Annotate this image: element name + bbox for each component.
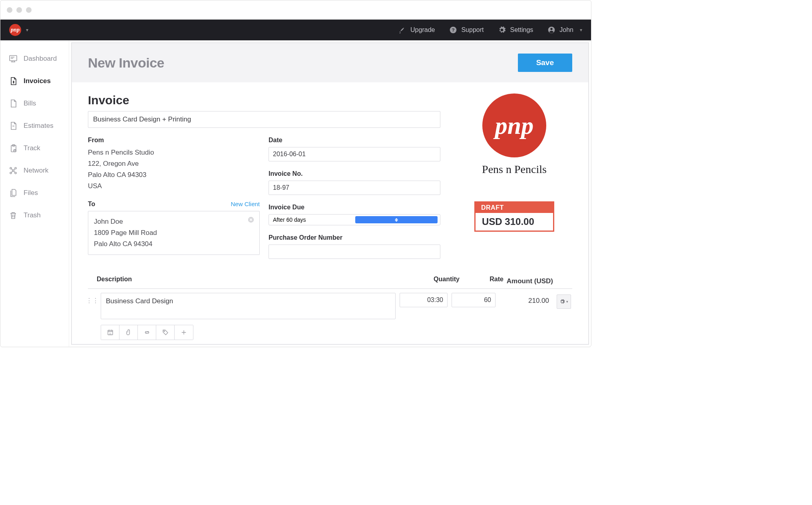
svg-text:?: ? bbox=[452, 27, 455, 32]
col-rate: Rate bbox=[460, 276, 504, 283]
rocket-icon bbox=[398, 26, 406, 34]
files-icon bbox=[8, 188, 18, 198]
window-titlebar bbox=[0, 0, 591, 20]
sidebar-item-trash[interactable]: Trash bbox=[0, 204, 69, 227]
sidebar-item-label: Trash bbox=[24, 211, 41, 219]
to-name: John Doe bbox=[94, 216, 254, 227]
sidebar-item-files[interactable]: Files bbox=[0, 182, 69, 204]
calendar-button[interactable]: 31 bbox=[101, 325, 119, 340]
nav-settings[interactable]: Settings bbox=[498, 26, 533, 34]
to-addr2: Palo Alto CA 94304 bbox=[94, 239, 254, 250]
svg-point-8 bbox=[10, 167, 12, 169]
sidebar-item-track[interactable]: Track bbox=[0, 137, 69, 159]
chevron-down-icon: ▾ bbox=[26, 27, 28, 33]
brand-menu[interactable]: pnp ▾ bbox=[9, 24, 28, 36]
invoice-subject-input[interactable] bbox=[88, 111, 440, 128]
sidebar-item-invoices[interactable]: Invoices bbox=[0, 70, 69, 92]
sidebar-item-label: Track bbox=[24, 144, 40, 152]
line-settings-button[interactable]: ▾ bbox=[557, 294, 571, 309]
po-label: Purchase Order Number bbox=[269, 234, 440, 241]
brand-logo-icon: pnp bbox=[9, 24, 21, 36]
nav-upgrade[interactable]: Upgrade bbox=[398, 26, 435, 34]
traffic-light-close[interactable] bbox=[7, 7, 12, 13]
sidebar-item-network[interactable]: Network bbox=[0, 159, 69, 182]
traffic-light-minimize[interactable] bbox=[16, 7, 22, 13]
nav-upgrade-label: Upgrade bbox=[410, 26, 435, 34]
to-addr1: 1809 Page Mill Road bbox=[94, 227, 254, 239]
invoice-total-amount: USD 310.00 bbox=[476, 213, 553, 231]
trash-icon bbox=[8, 211, 18, 220]
from-label: From bbox=[88, 137, 260, 144]
svg-point-12 bbox=[12, 170, 14, 171]
status-badge: DRAFT bbox=[476, 203, 553, 213]
company-logo: pnp bbox=[482, 93, 546, 157]
estimates-icon bbox=[8, 121, 18, 131]
from-addr1: 122, Oregon Ave bbox=[88, 158, 260, 169]
page-title: New Invoice bbox=[88, 55, 164, 71]
line-item-toolbar: 31 bbox=[101, 325, 193, 340]
date-label: Date bbox=[269, 137, 440, 144]
invoices-icon bbox=[8, 76, 18, 86]
svg-point-3 bbox=[551, 28, 553, 30]
save-button[interactable]: Save bbox=[518, 54, 572, 72]
invoice-due-label: Invoice Due bbox=[269, 204, 440, 211]
chevron-down-icon: ▾ bbox=[580, 27, 582, 33]
line-description-input[interactable]: Business Card Design bbox=[101, 293, 396, 319]
new-client-link[interactable]: New Client bbox=[231, 201, 260, 207]
bills-icon bbox=[8, 99, 18, 108]
sidebar-item-label: Invoices bbox=[24, 77, 51, 85]
attachment-button[interactable] bbox=[119, 325, 138, 340]
svg-text:31: 31 bbox=[109, 332, 111, 335]
from-addr2: Palo Alto CA 94303 bbox=[88, 169, 260, 181]
svg-point-9 bbox=[15, 167, 16, 169]
col-amount: Amount (USD) bbox=[504, 273, 555, 285]
add-line-button[interactable] bbox=[175, 325, 193, 340]
company-name: Pens n Pencils bbox=[456, 163, 572, 176]
gear-icon bbox=[498, 26, 506, 34]
line-quantity-input[interactable] bbox=[400, 293, 448, 307]
sidebar-item-estimates[interactable]: Estimates bbox=[0, 115, 69, 137]
nav-support-label: Support bbox=[461, 26, 484, 34]
top-nav: pnp ▾ Upgrade ? Support Settings bbox=[0, 20, 591, 40]
invoice-no-label: Invoice No. bbox=[269, 170, 440, 177]
traffic-light-zoom[interactable] bbox=[26, 7, 32, 13]
network-icon bbox=[8, 166, 18, 175]
po-input[interactable] bbox=[269, 245, 440, 259]
dashboard-icon bbox=[8, 54, 18, 64]
sidebar-item-label: Bills bbox=[24, 99, 36, 107]
invoice-due-value: After 60 days bbox=[273, 217, 355, 223]
clear-client-icon[interactable] bbox=[247, 216, 255, 223]
invoice-due-select[interactable]: After 60 days bbox=[269, 214, 440, 225]
line-rate-input[interactable] bbox=[452, 293, 496, 307]
sidebar-item-label: Files bbox=[24, 189, 38, 197]
from-name: Pens n Pencils Studio bbox=[88, 147, 260, 158]
col-description: Description bbox=[97, 276, 412, 283]
date-input[interactable] bbox=[269, 147, 440, 161]
invoice-heading: Invoice bbox=[88, 93, 440, 107]
nav-user-label: John bbox=[559, 26, 573, 34]
help-icon: ? bbox=[449, 26, 457, 34]
link-button[interactable] bbox=[138, 325, 156, 340]
to-client-box[interactable]: John Doe 1809 Page Mill Road Palo Alto C… bbox=[88, 211, 260, 255]
nav-user-menu[interactable]: John ▾ bbox=[547, 26, 582, 34]
sidebar-item-bills[interactable]: Bills bbox=[0, 92, 69, 115]
sidebar-item-dashboard[interactable]: Dashboard bbox=[0, 48, 69, 70]
invoice-total-box: DRAFT USD 310.00 bbox=[474, 201, 554, 232]
line-amount: 210.00 bbox=[500, 293, 551, 305]
col-quantity: Quantity bbox=[412, 276, 460, 283]
user-avatar-icon bbox=[547, 26, 555, 34]
tag-button[interactable] bbox=[156, 325, 175, 340]
svg-point-10 bbox=[10, 172, 12, 174]
sidebar: Dashboard Invoices Bills Estimates Track… bbox=[0, 40, 69, 347]
chevron-down-icon: ▾ bbox=[566, 300, 568, 304]
sidebar-item-label: Network bbox=[24, 167, 48, 175]
svg-point-16 bbox=[164, 331, 165, 332]
drag-handle-icon[interactable]: ⋮⋮ bbox=[88, 293, 97, 304]
from-country: USA bbox=[88, 181, 260, 192]
select-stepper-icon bbox=[355, 216, 438, 223]
nav-support[interactable]: ? Support bbox=[449, 26, 484, 34]
to-label: To bbox=[88, 201, 95, 208]
panel-header: New Invoice Save bbox=[72, 43, 588, 82]
invoice-no-input[interactable] bbox=[269, 181, 440, 195]
sidebar-item-label: Estimates bbox=[24, 122, 54, 130]
